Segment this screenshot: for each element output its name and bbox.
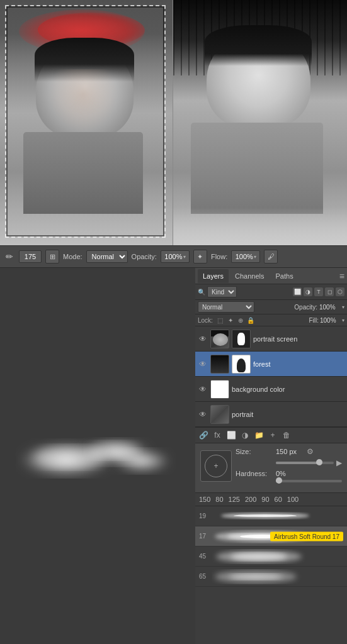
lock-icon-2[interactable]: ✦ bbox=[226, 316, 235, 325]
tab-paths[interactable]: Paths bbox=[271, 269, 299, 283]
toolbar: ✏ 175 ⊞ Mode: Normal Opacity: 100% ▾ ✦ F… bbox=[0, 245, 347, 268]
opacity-value[interactable]: 100% bbox=[319, 304, 339, 311]
mode-label: Mode: bbox=[63, 253, 82, 260]
lock-icon-1[interactable]: ⬚ bbox=[216, 316, 225, 325]
layer-name-2: forest bbox=[253, 360, 344, 368]
layer-name-1: portrait screen bbox=[253, 335, 344, 343]
hardness-slider[interactable] bbox=[276, 480, 342, 482]
flow-label: Flow: bbox=[211, 253, 227, 260]
canvas-area[interactable] bbox=[0, 268, 195, 644]
eye-icon-2[interactable]: 👁 bbox=[198, 359, 208, 369]
flow-btn[interactable]: 🖋 bbox=[264, 250, 278, 264]
lock-row: Lock: ⬚ ✦ ⊕ 🔒 Fill: 100% ▾ bbox=[195, 314, 347, 326]
preset-size-200[interactable]: 200 bbox=[245, 496, 256, 503]
filter-icons: ⬜ ◑ T ◻ ⬡ bbox=[293, 287, 344, 296]
lock-icon-3[interactable]: ⊕ bbox=[236, 316, 245, 325]
filter-shape-icon[interactable]: ◻ bbox=[325, 287, 334, 296]
opacity-value[interactable]: 100% ▾ bbox=[161, 250, 190, 263]
filter-type-icon[interactable]: T bbox=[314, 287, 323, 296]
layer-thumb-4 bbox=[210, 405, 229, 424]
airbrush-btn[interactable]: ✦ bbox=[193, 250, 207, 264]
toolbar-btn-1[interactable]: ⊞ bbox=[45, 250, 59, 264]
new-layer-icon[interactable]: + bbox=[267, 430, 278, 441]
link-icon[interactable]: 🔗 bbox=[198, 430, 209, 441]
brush-stroke-preview bbox=[16, 428, 179, 479]
layer-mask-2 bbox=[232, 355, 251, 374]
preset-size-80[interactable]: 80 bbox=[215, 496, 223, 503]
layers-tabs: Layers Channels Paths ≡ bbox=[195, 268, 347, 284]
tab-channels[interactable]: Channels bbox=[230, 269, 269, 283]
brush-size-input[interactable]: 175 bbox=[19, 250, 42, 263]
preset-size-60[interactable]: 60 bbox=[275, 496, 282, 503]
brush-item-65[interactable]: 65 bbox=[195, 567, 347, 587]
brush-icon: ✏ bbox=[4, 251, 15, 262]
opacity-label: Opacity: bbox=[132, 253, 157, 260]
right-panels: Layers Channels Paths ≡ 🔍 Kind ⬜ ◑ T ◻ ⬡ bbox=[195, 268, 347, 644]
size-slider[interactable] bbox=[276, 462, 334, 464]
brush-settings-panel: Size: 150 px ⚙ ▶ Hardness: 0% bbox=[195, 443, 347, 493]
opacity-label: Opacity: bbox=[294, 304, 317, 311]
flow-value[interactable]: 100% ▾ bbox=[231, 250, 260, 263]
brush-num-65: 65 bbox=[199, 573, 212, 580]
layer-mask-1 bbox=[232, 330, 251, 348]
brush-item-45[interactable]: 45 bbox=[195, 547, 347, 567]
brush-preview-65 bbox=[212, 569, 343, 584]
mode-dropdown[interactable]: Normal bbox=[86, 250, 128, 263]
fill-label: Fill: bbox=[309, 317, 319, 324]
layer-portrait[interactable]: 👁 portrait bbox=[195, 402, 347, 427]
svg-point-4 bbox=[88, 441, 139, 459]
kind-dropdown[interactable]: Kind bbox=[207, 286, 237, 297]
hardness-slider-row bbox=[236, 480, 342, 482]
filter-adjust-icon[interactable]: ◑ bbox=[304, 287, 312, 296]
size-ctrl-value[interactable]: 150 px bbox=[276, 448, 304, 455]
brush-tooltip: Airbrush Soft Round 17 bbox=[270, 531, 343, 541]
layer-thumb-2 bbox=[210, 355, 229, 374]
eye-icon-1[interactable]: 👁 bbox=[198, 334, 208, 344]
top-images-area bbox=[0, 0, 347, 245]
lock-icon-4[interactable]: 🔒 bbox=[246, 316, 255, 325]
svg-point-6 bbox=[234, 514, 297, 517]
delete-layer-icon[interactable]: 🗑 bbox=[281, 430, 292, 441]
layer-name-3: background color bbox=[232, 386, 344, 393]
layer-background-color[interactable]: 👁 background color bbox=[195, 377, 347, 402]
layers-menu-icon[interactable]: ≡ bbox=[339, 271, 344, 281]
lock-label: Lock: bbox=[198, 317, 213, 324]
preset-size-100[interactable]: 100 bbox=[287, 496, 299, 503]
folder-icon[interactable]: 📁 bbox=[253, 430, 265, 441]
eye-icon-3[interactable]: 👁 bbox=[198, 384, 208, 394]
canvas-left[interactable] bbox=[0, 0, 173, 245]
brush-num-45: 45 bbox=[199, 553, 212, 560]
blend-mode-dropdown[interactable]: Normal bbox=[198, 301, 254, 313]
brush-preview bbox=[200, 450, 232, 482]
crosshair-icon bbox=[213, 462, 218, 470]
brush-item-17[interactable]: 17 Airbrush Soft Round 17 bbox=[195, 526, 347, 547]
svg-point-11 bbox=[230, 553, 287, 560]
brush-size-row: Size: 150 px ⚙ ▶ Hardness: 0% bbox=[200, 447, 342, 485]
tab-layers[interactable]: Layers bbox=[198, 269, 229, 283]
adj-icon[interactable]: ◑ bbox=[239, 430, 251, 441]
bottom-area: Layers Channels Paths ≡ 🔍 Kind ⬜ ◑ T ◻ ⬡ bbox=[0, 268, 347, 644]
fx-icon[interactable]: fx bbox=[212, 430, 223, 441]
layer-portrait-screen[interactable]: 👁 portrait screen bbox=[195, 326, 347, 352]
preset-size-125[interactable]: 125 bbox=[229, 496, 240, 503]
preset-size-90[interactable]: 90 bbox=[261, 496, 269, 503]
settings-gear-icon[interactable]: ⚙ bbox=[307, 447, 314, 456]
layers-panel: Layers Channels Paths ≡ 🔍 Kind ⬜ ◑ T ◻ ⬡ bbox=[195, 268, 347, 443]
preset-size-150[interactable]: 150 bbox=[199, 496, 210, 503]
brush-presets-panel: 150 80 125 200 90 60 100 19 bbox=[195, 493, 347, 644]
brush-preview-19 bbox=[212, 509, 343, 524]
brush-list: 19 17 bbox=[195, 506, 347, 640]
eye-icon-4[interactable]: 👁 bbox=[198, 409, 208, 419]
hardness-ctrl-value[interactable]: 0% bbox=[276, 470, 304, 477]
filter-pixel-icon[interactable]: ⬜ bbox=[293, 287, 302, 296]
brush-item-19[interactable]: 19 bbox=[195, 506, 347, 526]
canvas-right[interactable] bbox=[173, 0, 347, 245]
search-icon: 🔍 bbox=[198, 289, 205, 296]
filter-smart-icon[interactable]: ⬡ bbox=[336, 287, 344, 296]
layer-forest[interactable]: 👁 forest bbox=[195, 352, 347, 377]
brush-num-17: 17 bbox=[199, 533, 212, 540]
layer-name-4: portrait bbox=[232, 411, 344, 418]
mask-icon[interactable]: ⬜ bbox=[225, 430, 237, 441]
fill-value[interactable]: 100% bbox=[320, 317, 340, 324]
panel-arrow-icon[interactable]: ▶ bbox=[336, 458, 342, 467]
